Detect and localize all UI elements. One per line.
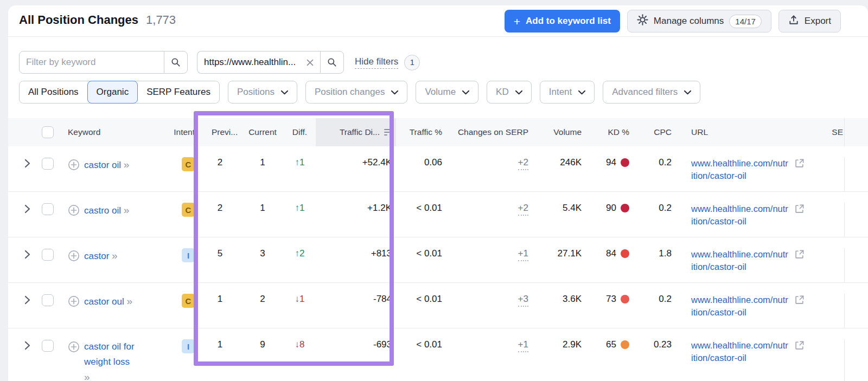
table-header-row: KeywordIntentPrevi...CurrentDiff.Traffic… bbox=[8, 118, 868, 146]
row-checkbox-cell bbox=[36, 294, 59, 306]
current-position-cell: 1 bbox=[241, 203, 284, 214]
url-search-button[interactable] bbox=[320, 51, 344, 74]
hide-filters-link[interactable]: Hide filters bbox=[355, 56, 398, 69]
col-header-volume[interactable]: Volume bbox=[531, 118, 584, 146]
external-link-icon[interactable] bbox=[794, 158, 805, 182]
kd-cell: 73 bbox=[584, 294, 634, 305]
col-header-previ[interactable]: Previ... bbox=[199, 118, 241, 146]
add-keyword-icon[interactable] bbox=[68, 341, 80, 381]
intent-badge: I bbox=[182, 248, 195, 262]
col-header-se[interactable]: SE bbox=[818, 118, 845, 146]
export-button[interactable]: Export bbox=[778, 10, 841, 33]
cpc-cell: 0.2 bbox=[634, 157, 676, 168]
external-link-icon[interactable] bbox=[794, 340, 805, 364]
traffic-diff-cell: -784 bbox=[316, 294, 396, 305]
filter-dropdown-positions[interactable]: Positions bbox=[228, 81, 297, 104]
keyword-search-button[interactable] bbox=[164, 51, 188, 74]
row-checkbox[interactable] bbox=[42, 249, 54, 261]
expand-row-icon[interactable] bbox=[21, 203, 36, 216]
previous-position-cell: 2 bbox=[199, 203, 241, 214]
add-keyword-icon[interactable] bbox=[68, 204, 80, 221]
filter-dropdown-position-changes[interactable]: Position changes bbox=[305, 81, 407, 104]
col-header-kd[interactable]: KD % bbox=[584, 118, 634, 146]
chevron-down-icon bbox=[578, 87, 585, 98]
result-url-link[interactable]: www.healthline.com/nutrition/castor-oil bbox=[691, 294, 790, 319]
col-header-changes-on-serp[interactable]: Changes on SERP bbox=[445, 118, 531, 146]
col-header-traffic[interactable]: Traffic % bbox=[396, 118, 445, 146]
col-header-intent[interactable]: Intent bbox=[157, 118, 199, 146]
keyword-cell: castor oul » bbox=[59, 294, 157, 312]
filter-dropdown-volume[interactable]: Volume bbox=[416, 81, 478, 104]
col-header-diff[interactable]: Diff. bbox=[284, 118, 316, 146]
add-keyword-icon[interactable] bbox=[68, 250, 80, 267]
add-to-keyword-list-button[interactable]: + Add to keyword list bbox=[505, 10, 620, 33]
arrow-up-icon: ↑ bbox=[295, 157, 300, 167]
kd-difficulty-dot bbox=[621, 158, 629, 167]
url-filter-input[interactable] bbox=[197, 51, 305, 74]
keyword-link[interactable]: castor oil for weight loss bbox=[84, 339, 150, 370]
traffic-percent-cell: < 0.01 bbox=[396, 339, 445, 350]
table-row: castor oil »C21↑1+52.4K0.06+2246K940.2ww… bbox=[8, 146, 868, 192]
open-keyword-icon[interactable]: » bbox=[126, 295, 132, 307]
expand-row-icon[interactable] bbox=[21, 248, 36, 262]
traffic-diff-cell: -693 bbox=[316, 339, 396, 350]
external-link-icon[interactable] bbox=[794, 204, 805, 228]
add-keyword-icon[interactable] bbox=[68, 159, 80, 176]
tab-all-positions[interactable]: All Positions bbox=[20, 81, 87, 103]
serp-changes-value[interactable]: +2 bbox=[518, 203, 528, 216]
filter-dropdown-advanced-filters[interactable]: Advanced filters bbox=[603, 81, 700, 104]
serp-changes-value[interactable]: +3 bbox=[518, 294, 528, 307]
col-header-current[interactable]: Current bbox=[241, 118, 284, 146]
col-header-url[interactable]: URL bbox=[676, 118, 818, 146]
open-keyword-icon[interactable]: » bbox=[124, 159, 130, 170]
row-checkbox-cell bbox=[36, 203, 59, 215]
col-header-keyword[interactable]: Keyword bbox=[59, 118, 157, 146]
keyword-link[interactable]: castor oul bbox=[84, 294, 124, 309]
tab-serp-features[interactable]: SERP Features bbox=[138, 81, 219, 103]
keyword-link[interactable]: castor oil bbox=[84, 158, 121, 173]
external-link-icon[interactable] bbox=[794, 295, 805, 319]
row-checkbox[interactable] bbox=[42, 294, 54, 306]
select-all-checkbox[interactable] bbox=[42, 126, 54, 138]
header-expand-spacer bbox=[21, 118, 36, 146]
add-keyword-icon[interactable] bbox=[68, 295, 80, 312]
serp-features-cell bbox=[818, 203, 845, 237]
result-url-link[interactable]: www.healthline.com/nutrition/castor-oil bbox=[691, 248, 790, 273]
expand-row-icon[interactable] bbox=[21, 339, 36, 353]
serp-changes-cell: +1 bbox=[445, 248, 531, 259]
current-position-cell: 3 bbox=[241, 248, 284, 259]
filter-dropdown-intent[interactable]: Intent bbox=[540, 81, 595, 104]
expand-row-icon[interactable] bbox=[21, 294, 36, 307]
col-header-traffic-di[interactable]: Traffic Di... bbox=[316, 118, 396, 146]
row-checkbox[interactable] bbox=[42, 203, 54, 215]
filter-tabs-row: All PositionsOrganicSERP Features Positi… bbox=[19, 81, 700, 104]
open-keyword-icon[interactable]: » bbox=[112, 250, 118, 261]
keyword-link[interactable]: castro oil bbox=[84, 203, 121, 218]
serp-changes-value[interactable]: +1 bbox=[518, 339, 528, 352]
tab-organic[interactable]: Organic bbox=[87, 81, 138, 104]
export-icon bbox=[788, 15, 799, 28]
keyword-filter-input[interactable] bbox=[19, 51, 164, 74]
serp-changes-value[interactable]: +1 bbox=[518, 248, 528, 261]
cpc-cell: 1.8 bbox=[634, 248, 676, 259]
result-url-link[interactable]: www.healthline.com/nutrition/castor-oil bbox=[691, 203, 790, 228]
result-url-link[interactable]: www.healthline.com/nutrition/castor-oil bbox=[691, 157, 790, 182]
chevron-down-icon bbox=[684, 87, 691, 98]
open-keyword-icon[interactable]: » bbox=[84, 371, 90, 381]
result-url-link[interactable]: www.healthline.com/nutrition/castor-oil bbox=[691, 339, 790, 364]
row-checkbox[interactable] bbox=[42, 158, 54, 170]
header-divider bbox=[8, 36, 868, 37]
serp-changes-value[interactable]: +2 bbox=[518, 157, 528, 170]
row-checkbox[interactable] bbox=[42, 340, 54, 352]
traffic-percent-cell: < 0.01 bbox=[396, 294, 445, 305]
intent-badge: C bbox=[182, 203, 195, 217]
clear-url-icon[interactable] bbox=[305, 58, 315, 67]
expand-row-icon[interactable] bbox=[21, 157, 36, 171]
external-link-icon[interactable] bbox=[794, 249, 805, 273]
col-header-cpc[interactable]: CPC bbox=[634, 118, 676, 146]
filter-dropdown-kd[interactable]: KD bbox=[487, 81, 532, 104]
keyword-link[interactable]: castor bbox=[84, 249, 109, 264]
arrow-up-icon: ↑ bbox=[295, 203, 300, 213]
manage-columns-button[interactable]: Manage columns 14/17 bbox=[627, 10, 771, 33]
open-keyword-icon[interactable]: » bbox=[124, 204, 130, 216]
